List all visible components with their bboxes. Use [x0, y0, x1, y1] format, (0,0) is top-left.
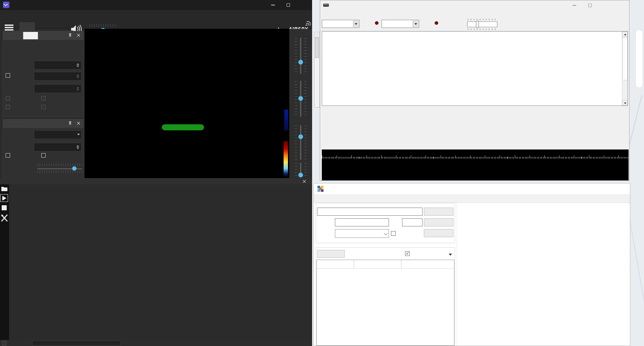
- autoscroll-checkbox[interactable]: [405, 251, 410, 256]
- waterfall-color-legend: [284, 141, 288, 177]
- start-tab-button[interactable]: [23, 32, 38, 39]
- monitor-scrollbar[interactable]: [622, 32, 628, 105]
- sdr-titlebar[interactable]: [0, 0, 312, 10]
- decoder-tabbar: [314, 194, 630, 203]
- contrast-ticks: [295, 81, 297, 116]
- filter-dropdown-icon[interactable]: [449, 254, 452, 256]
- soundmodem-menubar: [322, 10, 624, 16]
- minimize-button[interactable]: [265, 0, 281, 10]
- merge-mode-checkbox[interactable]: [391, 231, 396, 236]
- dcd-threshold-handle[interactable]: [476, 21, 479, 28]
- range-ticks: [295, 126, 297, 159]
- panning-ticks-top: [37, 164, 82, 166]
- zoom-knob[interactable]: [298, 60, 303, 64]
- scroll-down-icon[interactable]: [622, 100, 628, 105]
- bandwidth-field[interactable]: [34, 61, 82, 70]
- source-panel-bar[interactable]: [0, 178, 312, 184]
- close-panel-icon[interactable]: [77, 34, 80, 37]
- dcd-threshold-slider[interactable]: [467, 21, 497, 27]
- dcd-a-indicator: [375, 21, 379, 25]
- lock-carrier-checkbox[interactable]: [6, 105, 10, 109]
- maximize-button[interactable]: [281, 0, 296, 10]
- audio-panel: [3, 119, 84, 178]
- shift-checkbox[interactable]: [2, 341, 6, 345]
- close-panel-icon[interactable]: [77, 122, 80, 125]
- soundmodem-waterfall[interactable]: [322, 159, 629, 180]
- contrast-ticks: [304, 81, 307, 116]
- minimize-button[interactable]: [566, 0, 582, 10]
- spectrum-plot[interactable]: [96, 38, 253, 134]
- background-window-scrollbar[interactable]: [635, 30, 643, 88]
- new-image-button[interactable]: [424, 229, 453, 237]
- contrast-knob[interactable]: [298, 96, 303, 101]
- bandwidth-spinner[interactable]: [77, 62, 80, 68]
- radio-panel-header[interactable]: [3, 31, 84, 40]
- baseband-config-strip: [0, 340, 312, 346]
- panel-divider[interactable]: [457, 203, 457, 346]
- shift-field[interactable]: [32, 341, 121, 346]
- scroll-up-icon[interactable]: [622, 32, 628, 37]
- modem-a-combobox[interactable]: [322, 20, 359, 28]
- output-dropdown[interactable]: [34, 130, 82, 139]
- pin-icon[interactable]: [68, 121, 72, 126]
- range-ticks: [304, 126, 307, 159]
- stop-file-icon[interactable]: [2, 205, 7, 210]
- out-dir-button[interactable]: [424, 208, 453, 216]
- decoder-window: [313, 183, 630, 346]
- binaural-checkbox[interactable]: [6, 96, 10, 100]
- baseband-waterfall[interactable]: [9, 184, 312, 340]
- zoom-slider[interactable]: [300, 38, 301, 74]
- address-input[interactable]: [335, 218, 389, 226]
- close-button[interactable]: [296, 0, 311, 10]
- cw-shift-spinner: [77, 86, 80, 91]
- modem-b-combobox[interactable]: [382, 20, 419, 28]
- unity-gain-checkbox[interactable]: [6, 153, 10, 158]
- filter-audio-checkbox[interactable]: [41, 153, 46, 158]
- sdrsharp-app-icon: [3, 2, 9, 8]
- display-slider-panel: [289, 29, 312, 178]
- panning-knob[interactable]: [72, 166, 77, 171]
- audio-panel-header[interactable]: [3, 119, 84, 128]
- latency-spinner[interactable]: [77, 144, 80, 150]
- soundmodem-window: [320, 0, 630, 181]
- clear-button[interactable]: [317, 250, 345, 258]
- squelch-checkbox[interactable]: [6, 73, 10, 78]
- range-slider[interactable]: [300, 125, 301, 160]
- monitor-area[interactable]: [322, 31, 628, 106]
- soundmodem-app-icon: [323, 3, 329, 7]
- sdr-waterfall[interactable]: [96, 141, 253, 177]
- cw-shift-field[interactable]: [34, 84, 82, 93]
- open-file-icon[interactable]: [1, 186, 8, 191]
- history-table[interactable]: [316, 260, 454, 346]
- band-plan-label: [162, 124, 204, 130]
- close-button[interactable]: [598, 0, 613, 10]
- snr-meter-bar: [284, 110, 288, 130]
- panning-ticks-bottom: [37, 171, 82, 173]
- out-dir-input[interactable]: [317, 208, 423, 216]
- soundmodem-titlebar[interactable]: [320, 0, 629, 10]
- maximize-button[interactable]: [582, 0, 598, 10]
- latency-field[interactable]: [34, 143, 82, 152]
- decoder-titlebar[interactable]: [314, 183, 630, 194]
- anti-fading-checkbox[interactable]: [41, 96, 46, 100]
- soundmodem-controls: [320, 16, 629, 31]
- sdrsharp-window: AIRSPY: [0, 0, 312, 346]
- decoder-app-icon: [317, 185, 324, 192]
- frequency-scale[interactable]: [322, 149, 629, 180]
- conn-combobox[interactable]: [335, 229, 389, 238]
- hidden-window-scrollbar[interactable]: [314, 32, 320, 107]
- close-source-icon[interactable]: [303, 180, 306, 183]
- scale-ruler: [322, 156, 629, 159]
- range-knob[interactable]: [298, 134, 303, 139]
- spectrum-y-axis: [85, 0, 95, 134]
- tools-icon[interactable]: [1, 214, 8, 222]
- connect-button[interactable]: [424, 218, 453, 226]
- pin-icon[interactable]: [68, 33, 72, 38]
- sticky-lock-checkbox[interactable]: [41, 105, 46, 109]
- offset-knob[interactable]: [298, 173, 303, 177]
- menu-hamburger-icon[interactable]: [5, 24, 13, 32]
- play-file-button[interactable]: [0, 194, 8, 202]
- port-input[interactable]: [402, 218, 423, 226]
- squelch-field[interactable]: [34, 72, 82, 81]
- dcd-threshold-ticks: [468, 19, 497, 20]
